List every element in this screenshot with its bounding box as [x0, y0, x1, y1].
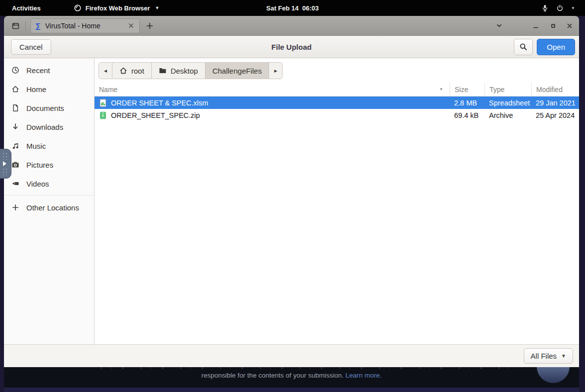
- sort-descending-icon[interactable]: ▼: [439, 87, 443, 92]
- sidebar-item-music[interactable]: Music: [4, 136, 94, 155]
- power-icon: [556, 4, 564, 12]
- clock[interactable]: Sat Feb 14 06:03: [266, 4, 319, 12]
- archive-icon: [99, 111, 107, 119]
- firefox-window: ∑ VirusTotal - Home: [4, 16, 579, 392]
- video-icon: [11, 180, 19, 188]
- sidebar-item-label: Downloads: [26, 123, 63, 131]
- activities-button[interactable]: Activities: [9, 3, 44, 13]
- search-button[interactable]: [514, 39, 533, 55]
- maximize-button[interactable]: [550, 22, 557, 29]
- sidebar-item-label: Documents: [26, 104, 64, 112]
- microphone-icon: [541, 4, 549, 12]
- app-menu-button[interactable]: Firefox Web Browser ▼: [74, 4, 160, 12]
- chevron-down-icon: ▼: [571, 6, 575, 10]
- list-all-tabs-button[interactable]: [495, 22, 503, 29]
- music-icon: [11, 142, 19, 150]
- page-footer-strip: [4, 388, 579, 392]
- new-tab-button[interactable]: [146, 22, 153, 29]
- sidebar-item-label: Pictures: [26, 161, 53, 169]
- file-upload-dialog: Cancel File Upload Open: [4, 36, 579, 367]
- dialog-footer: All Files ▼: [4, 344, 579, 367]
- file-list-header: Name ▼ Size Type Modified: [95, 83, 579, 97]
- file-name: ORDER SHEET & SPEC.xlsm: [111, 99, 208, 107]
- sidebar-item-pictures[interactable]: Pictures: [4, 155, 94, 174]
- sidebar-item-documents[interactable]: Documents: [4, 98, 94, 117]
- play-icon: [3, 161, 6, 166]
- tab-close-icon[interactable]: [127, 22, 135, 29]
- sidebar-item-label: Home: [26, 85, 46, 94]
- document-icon: [11, 104, 19, 112]
- virustotal-favicon: ∑: [35, 22, 41, 29]
- clipped-text-line: [94, 367, 519, 369]
- camera-icon: [11, 161, 19, 169]
- learn-more-link[interactable]: Learn more.: [345, 372, 382, 379]
- tab-bar: ∑ VirusTotal - Home: [4, 16, 579, 36]
- home-icon: [11, 85, 19, 93]
- app-menu-label: Firefox Web Browser: [86, 4, 150, 12]
- sidebar-item-home[interactable]: Home: [4, 80, 94, 98]
- tab-virustotal[interactable]: ∑ VirusTotal - Home: [30, 18, 140, 33]
- sidebar-item-label: Music: [26, 142, 46, 150]
- chevron-down-icon: ▼: [561, 353, 566, 359]
- file-type: Spreadsheet: [485, 99, 531, 107]
- tab-title: VirusTotal - Home: [45, 22, 127, 30]
- places-sidebar: Recent Home Docume: [4, 58, 95, 344]
- file-type: Archive: [485, 111, 531, 119]
- gnome-top-bar: Activities Firefox Web Browser ▼ Sat Feb…: [0, 0, 585, 16]
- file-modified: 25 Apr 2024: [531, 111, 579, 119]
- screen-edge-handle[interactable]: [0, 149, 11, 178]
- search-icon: [519, 43, 527, 51]
- submission-disclaimer-text: responsible for the contents of your sub…: [4, 372, 579, 379]
- file-filter-dropdown[interactable]: All Files ▼: [524, 348, 573, 364]
- breadcrumb-label: root: [131, 67, 144, 75]
- file-name: ORDER_SHEET_SPEC.zip: [111, 111, 200, 119]
- breadcrumb-challengefiles[interactable]: ChallengeFiles: [205, 63, 269, 79]
- breadcrumb-desktop[interactable]: Desktop: [152, 63, 205, 79]
- sidebar-item-label: Videos: [26, 180, 49, 188]
- virustotal-page-background: responsible for the contents of your sub…: [4, 367, 579, 392]
- chevron-right-icon: ▸: [274, 67, 277, 74]
- sidebar-item-other-locations[interactable]: Other Locations: [4, 198, 94, 217]
- sidebar-item-downloads[interactable]: Downloads: [4, 117, 94, 136]
- path-bar: ◂ root: [98, 62, 283, 79]
- file-row-order-sheet-xlsm[interactable]: ORDER SHEET & SPEC.xlsm 2.8 MB Spreadshe…: [95, 97, 579, 109]
- chevron-down-icon: ▼: [155, 5, 160, 10]
- file-row-order-sheet-zip[interactable]: ORDER_SHEET_SPEC.zip 69.4 kB Archive 25 …: [95, 109, 579, 121]
- breadcrumb-root[interactable]: root: [112, 63, 152, 79]
- column-header-type[interactable]: Type: [485, 83, 531, 96]
- path-bar-row: ◂ root: [95, 58, 579, 83]
- recent-icon: [11, 66, 19, 74]
- download-icon: [11, 123, 19, 131]
- sidebar-separator: [4, 195, 94, 196]
- cancel-button[interactable]: Cancel: [11, 39, 51, 55]
- dialog-body: Recent Home Docume: [4, 58, 579, 344]
- file-browser-pane: ◂ root: [95, 58, 579, 344]
- file-modified: 29 Jan 2021: [531, 99, 579, 107]
- column-header-size[interactable]: Size: [450, 83, 485, 96]
- sidebar-item-videos[interactable]: Videos: [4, 174, 94, 193]
- drag-dots: [2, 168, 8, 175]
- sidebar-item-label: Recent: [26, 66, 50, 75]
- column-header-name[interactable]: Name ▼: [95, 83, 450, 96]
- chevron-left-icon: ◂: [104, 67, 107, 74]
- firefox-view-button[interactable]: [8, 19, 23, 32]
- firefox-icon: [74, 4, 82, 12]
- sidebar-item-recent[interactable]: Recent: [4, 61, 94, 80]
- system-status-area[interactable]: ▼: [541, 4, 575, 12]
- file-size: 69.4 kB: [450, 111, 485, 119]
- close-window-icon[interactable]: [566, 22, 573, 29]
- path-forward-button[interactable]: ▸: [269, 63, 282, 79]
- breadcrumb-label: Desktop: [171, 67, 198, 75]
- dialog-header: Cancel File Upload Open: [4, 36, 579, 58]
- open-button[interactable]: Open: [537, 39, 575, 55]
- home-icon: [119, 67, 127, 75]
- drag-dots: [2, 152, 8, 160]
- minimize-button[interactable]: [532, 22, 539, 29]
- column-header-modified[interactable]: Modified: [531, 83, 579, 96]
- spreadsheet-icon: [99, 99, 107, 107]
- plus-icon: [11, 203, 19, 211]
- tab-separator: [25, 21, 26, 31]
- dialog-title: File Upload: [272, 43, 312, 51]
- path-back-button[interactable]: ◂: [99, 63, 112, 79]
- breadcrumb-label: ChallengeFiles: [212, 67, 262, 75]
